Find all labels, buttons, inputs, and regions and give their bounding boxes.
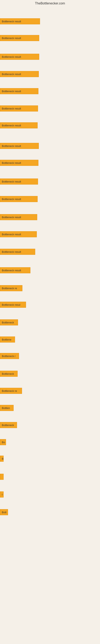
bottleneck-result-item[interactable]: I xyxy=(0,492,3,498)
bottleneck-result-item[interactable]: Bottleneck result xyxy=(0,160,38,166)
bottleneck-result-item[interactable]: Bottleneck xyxy=(0,320,18,326)
bottleneck-result-item[interactable]: Bottleneck result xyxy=(0,267,30,273)
bottleneck-result-item[interactable]: Bo xyxy=(0,439,6,445)
bottleneck-result-item[interactable]: Bottleneck r xyxy=(0,353,19,359)
bottleneck-result-item[interactable]: Bottleneck result xyxy=(0,122,38,128)
bottleneck-result-item[interactable]: Bottleneck resul xyxy=(0,302,26,308)
bottleneck-result-item[interactable]: B xyxy=(0,456,3,462)
bottleneck-result-item[interactable]: Bott xyxy=(0,509,8,515)
bottleneck-result-item[interactable]: Bottleneck result xyxy=(0,106,38,112)
bottleneck-result-item[interactable]: Bottleneck xyxy=(0,371,18,377)
bottleneck-container: Bottleneck resultBottleneck resultBottle… xyxy=(0,7,100,644)
bottleneck-result-item[interactable]: Bottleneck result xyxy=(0,249,35,255)
bottleneck-result-item[interactable]: Bottleneck result xyxy=(0,196,38,202)
bottleneck-result-item[interactable]: Bottleneck result xyxy=(0,178,38,184)
bottleneck-result-item[interactable]: Bottleneck re xyxy=(0,388,22,394)
bottleneck-result-item[interactable]: Bottleneck xyxy=(0,422,17,428)
bottleneck-result-item[interactable]: Bottleneck result xyxy=(0,18,40,24)
bottleneck-result-item[interactable]: Bottleneck re xyxy=(0,285,22,291)
bottleneck-result-item[interactable]: Bottlene xyxy=(0,336,15,342)
bottleneck-result-item[interactable]: Bottleneck result xyxy=(0,88,38,94)
bottleneck-result-item[interactable]: Bottlen xyxy=(0,405,14,411)
bottleneck-result-item[interactable]: Bottleneck result xyxy=(0,231,37,237)
bottleneck-result-item[interactable]: Bottleneck result xyxy=(0,35,39,41)
bottleneck-result-item[interactable]: Bottleneck result xyxy=(0,54,39,60)
site-title: TheBottlenecker.com xyxy=(0,0,100,7)
bottleneck-result-item[interactable]: Bottleneck result xyxy=(0,214,37,220)
bottleneck-result-item[interactable]: Bottleneck result xyxy=(0,143,39,149)
bottleneck-result-item[interactable]: Bottleneck result xyxy=(0,71,39,77)
bottleneck-result-item[interactable] xyxy=(0,474,3,480)
